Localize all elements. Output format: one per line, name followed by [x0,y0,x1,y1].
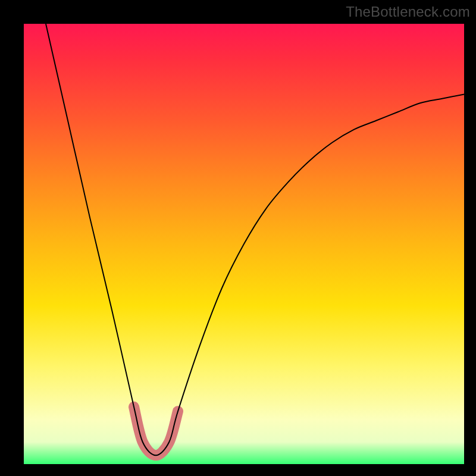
bottleneck-curve [46,24,464,455]
curve-layer [24,24,464,464]
plot-area [24,24,464,464]
watermark-text: TheBottleneck.com [346,4,470,20]
highlight-segment [134,407,178,455]
chart-frame: TheBottleneck.com [0,0,476,476]
